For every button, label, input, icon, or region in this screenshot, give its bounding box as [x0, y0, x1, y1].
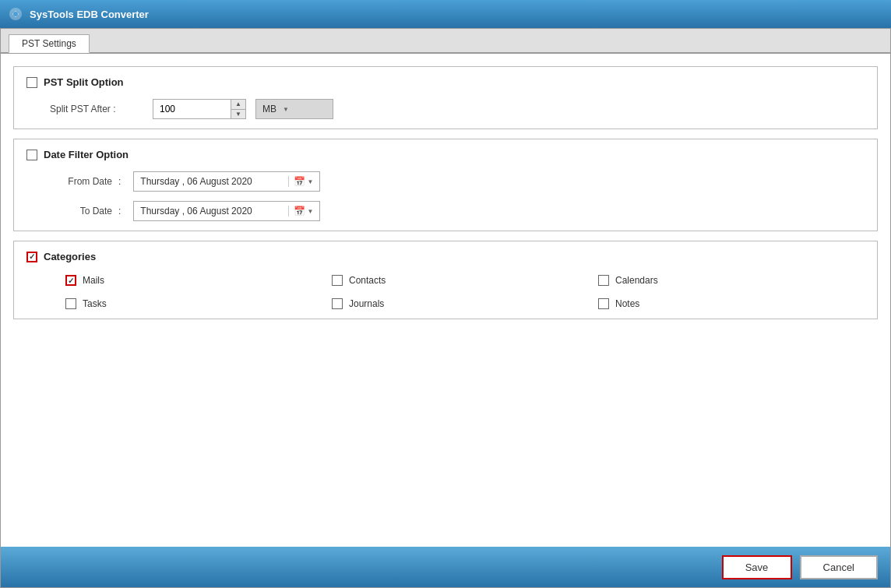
- mails-label: Mails: [83, 275, 104, 286]
- to-date-colon: :: [118, 206, 121, 217]
- calendar-icon-to: 📅: [294, 206, 305, 217]
- categories-checkbox[interactable]: [26, 252, 37, 262]
- split-pst-row: Split PST After : 100 ▲ ▼ MB ▼: [26, 99, 865, 119]
- journals-checkbox[interactable]: [332, 298, 343, 309]
- from-date-picker[interactable]: Thursday , 06 August 2020 📅 ▼: [133, 171, 320, 192]
- journals-label: Journals: [349, 298, 384, 309]
- calendar-icon: 📅: [294, 176, 305, 187]
- tab-pst-settings[interactable]: PST Settings: [9, 34, 90, 53]
- content-area: PST Split Option Split PST After : 100 ▲…: [1, 54, 890, 547]
- categories-title: Categories: [44, 251, 96, 262]
- pst-split-header: PST Split Option: [26, 76, 865, 88]
- category-journals: Journals: [332, 298, 598, 309]
- date-filter-checkbox[interactable]: [26, 150, 37, 160]
- notes-label: Notes: [615, 298, 639, 309]
- categories-grid: Mails Contacts Calendars Tasks: [26, 275, 865, 309]
- bottom-bar: Save Cancel: [1, 547, 890, 587]
- unit-select[interactable]: MB ▼: [255, 99, 333, 119]
- category-calendars: Calendars: [598, 275, 865, 286]
- calendars-label: Calendars: [615, 275, 658, 286]
- title-bar: SysTools EDB Converter: [0, 0, 891, 28]
- pst-split-section: PST Split Option Split PST After : 100 ▲…: [13, 66, 878, 129]
- pst-split-checkbox[interactable]: [26, 77, 37, 88]
- spin-buttons: ▲ ▼: [231, 100, 245, 118]
- calendars-checkbox[interactable]: [598, 275, 609, 286]
- spin-down-button[interactable]: ▼: [231, 110, 245, 119]
- unit-value: MB: [262, 104, 276, 114]
- contacts-checkbox[interactable]: [332, 275, 343, 286]
- category-mails: Mails: [65, 275, 332, 286]
- date-filter-rows: From Date : Thursday , 06 August 2020 📅 …: [26, 171, 865, 221]
- split-value-input[interactable]: 100 ▲ ▼: [153, 99, 246, 119]
- from-date-colon: :: [118, 176, 121, 187]
- from-date-calendar-btn[interactable]: 📅 ▼: [288, 176, 313, 187]
- pst-split-title: PST Split Option: [44, 76, 124, 88]
- date-filter-title: Date Filter Option: [44, 149, 129, 160]
- tab-bar: PST Settings: [1, 29, 890, 54]
- from-date-value: Thursday , 06 August 2020: [140, 176, 285, 187]
- date-filter-header: Date Filter Option: [26, 149, 865, 160]
- category-contacts: Contacts: [332, 275, 598, 286]
- split-label: Split PST After :: [50, 104, 143, 114]
- from-date-label: From Date: [50, 176, 112, 187]
- category-notes: Notes: [598, 298, 865, 309]
- mails-checkbox[interactable]: [65, 275, 76, 286]
- to-date-label: To Date: [50, 206, 112, 217]
- tasks-label: Tasks: [83, 298, 107, 309]
- to-date-picker[interactable]: Thursday , 06 August 2020 📅 ▼: [133, 201, 320, 221]
- notes-checkbox[interactable]: [598, 298, 609, 309]
- spin-value: 100: [153, 100, 231, 118]
- tasks-checkbox[interactable]: [65, 298, 76, 309]
- category-tasks: Tasks: [65, 298, 332, 309]
- spin-up-button[interactable]: ▲: [231, 100, 245, 110]
- categories-section: Categories Mails Contacts Calendars: [13, 241, 878, 319]
- window-title: SysTools EDB Converter: [30, 9, 149, 20]
- to-date-calendar-btn[interactable]: 📅 ▼: [288, 206, 313, 217]
- to-date-dropdown-arrow: ▼: [307, 208, 313, 215]
- svg-point-1: [13, 12, 18, 16]
- from-date-dropdown-arrow: ▼: [307, 178, 313, 185]
- categories-header: Categories: [26, 251, 865, 262]
- to-date-value: Thursday , 06 August 2020: [140, 206, 285, 217]
- cancel-button[interactable]: Cancel: [800, 555, 878, 579]
- save-button[interactable]: Save: [722, 555, 792, 579]
- from-date-row: From Date : Thursday , 06 August 2020 📅 …: [50, 171, 865, 192]
- date-filter-section: Date Filter Option From Date : Thursday …: [13, 139, 878, 231]
- app-icon: [8, 6, 23, 22]
- unit-dropdown-arrow: ▼: [283, 106, 289, 113]
- main-window: PST Settings PST Split Option Split PST …: [0, 28, 891, 588]
- to-date-row: To Date : Thursday , 06 August 2020 📅 ▼: [50, 201, 865, 221]
- contacts-label: Contacts: [349, 275, 386, 286]
